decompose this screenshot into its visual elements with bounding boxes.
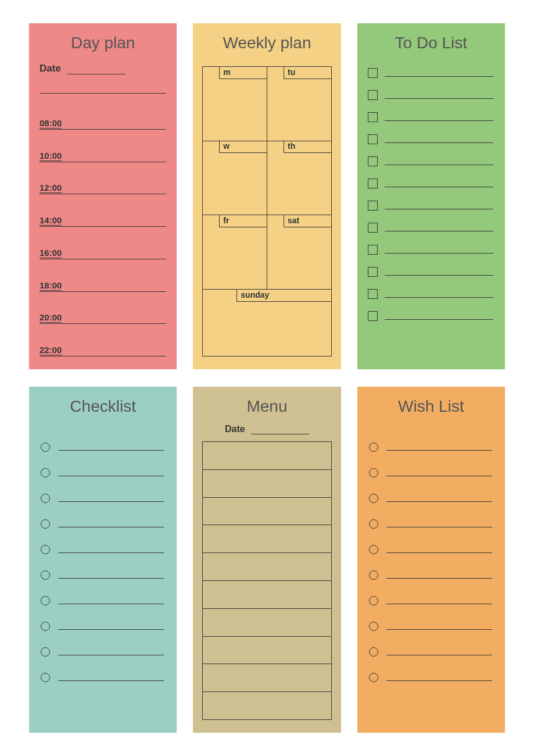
todo-line[interactable]: [385, 187, 493, 187]
list-line[interactable]: [386, 450, 492, 451]
week-cell-m[interactable]: m: [203, 67, 267, 141]
todo-line[interactable]: [385, 98, 493, 99]
list-line[interactable]: [58, 501, 164, 502]
bullet-icon[interactable]: [41, 596, 50, 605]
menu-row[interactable]: [203, 470, 331, 498]
todo-item: [368, 128, 493, 150]
time-row[interactable]: 12:00: [40, 169, 166, 194]
bullet-icon[interactable]: [369, 545, 378, 554]
list-line[interactable]: [386, 629, 492, 630]
list-line[interactable]: [58, 629, 164, 630]
todo-line[interactable]: [385, 76, 493, 77]
list-line[interactable]: [58, 476, 164, 476]
week-cell-sunday[interactable]: sunday: [203, 290, 331, 356]
todo-line[interactable]: [385, 319, 493, 320]
time-row[interactable]: 08:00: [40, 104, 166, 130]
list-line[interactable]: [58, 680, 164, 681]
menu-row[interactable]: [203, 553, 331, 581]
menu-row[interactable]: [203, 692, 331, 719]
todo-line[interactable]: [385, 297, 493, 298]
week-cell-w[interactable]: w: [203, 141, 267, 215]
time-row[interactable]: 16:00: [40, 234, 166, 259]
list-line[interactable]: [58, 552, 164, 553]
list-line[interactable]: [386, 655, 492, 655]
checkbox-icon[interactable]: [368, 68, 378, 78]
todo-line[interactable]: [385, 142, 493, 143]
checkbox-icon[interactable]: [368, 134, 378, 144]
bullet-icon[interactable]: [41, 647, 50, 657]
time-row[interactable]: 10:00: [40, 137, 166, 162]
checkbox-icon[interactable]: [368, 90, 378, 100]
day-tab-tu: tu: [284, 66, 331, 79]
bullet-icon[interactable]: [41, 519, 50, 529]
todo-line[interactable]: [385, 165, 493, 165]
bullet-icon[interactable]: [369, 443, 378, 452]
checkbox-icon[interactable]: [368, 112, 378, 122]
list-line[interactable]: [58, 604, 164, 604]
checkbox-icon[interactable]: [368, 223, 378, 233]
menu-row[interactable]: [203, 609, 331, 637]
time-row[interactable]: 20:00: [40, 298, 166, 324]
bullet-icon[interactable]: [41, 545, 50, 554]
todo-line[interactable]: [385, 209, 493, 209]
bullet-icon[interactable]: [41, 468, 50, 477]
checkbox-icon[interactable]: [368, 245, 378, 255]
checkbox-icon[interactable]: [368, 156, 378, 166]
date-line[interactable]: [67, 74, 126, 74]
week-cell-th[interactable]: th: [267, 141, 331, 215]
menu-row[interactable]: [203, 442, 331, 470]
list-line[interactable]: [386, 578, 492, 579]
day-tab-th: th: [284, 140, 331, 153]
bullet-icon[interactable]: [41, 570, 50, 580]
week-cell-tu[interactable]: tu: [267, 67, 331, 141]
menu-row[interactable]: [203, 664, 331, 692]
list-line[interactable]: [386, 501, 492, 502]
bullet-icon[interactable]: [369, 673, 378, 682]
day-tab-sunday: sunday: [236, 289, 331, 302]
menu-row[interactable]: [203, 525, 331, 553]
checkbox-icon[interactable]: [368, 311, 378, 321]
menu-row[interactable]: [203, 637, 331, 665]
checklist-card: Checklist: [29, 387, 177, 733]
bullet-icon[interactable]: [369, 596, 378, 605]
bullet-icon[interactable]: [369, 647, 378, 657]
todo-line[interactable]: [385, 275, 493, 276]
list-line[interactable]: [58, 450, 164, 451]
bullet-icon[interactable]: [41, 494, 50, 503]
week-cell-fr[interactable]: fr: [203, 215, 267, 289]
time-row[interactable]: 18:00: [40, 266, 166, 292]
blank-line[interactable]: [40, 93, 166, 94]
bullet-icon[interactable]: [369, 494, 378, 503]
bullet-icon[interactable]: [369, 468, 378, 477]
bullet-icon[interactable]: [369, 622, 378, 631]
list-item: [41, 588, 164, 614]
bullet-icon[interactable]: [369, 570, 378, 580]
week-cell-sat[interactable]: sat: [267, 215, 331, 289]
list-line[interactable]: [386, 527, 492, 527]
menu-row[interactable]: [203, 498, 331, 526]
bullet-icon[interactable]: [41, 443, 50, 452]
list-line[interactable]: [386, 552, 492, 553]
time-row[interactable]: 22:00: [40, 331, 166, 356]
checkbox-icon[interactable]: [368, 289, 378, 299]
list-line[interactable]: [386, 604, 492, 604]
checkbox-icon[interactable]: [368, 179, 378, 188]
bullet-icon[interactable]: [41, 622, 50, 631]
menu-date-line[interactable]: [251, 434, 309, 434]
list-line[interactable]: [386, 680, 492, 681]
time-row[interactable]: 14:00: [40, 201, 166, 227]
list-item: [369, 665, 492, 690]
checkbox-icon[interactable]: [368, 201, 378, 211]
todo-line[interactable]: [385, 231, 493, 231]
checkbox-icon[interactable]: [368, 267, 378, 277]
list-line[interactable]: [58, 578, 164, 579]
todo-line[interactable]: [385, 120, 493, 121]
bullet-icon[interactable]: [41, 673, 50, 682]
list-line[interactable]: [58, 527, 164, 527]
bullet-icon[interactable]: [369, 519, 378, 529]
time-label: 12:00: [40, 183, 62, 194]
menu-row[interactable]: [203, 581, 331, 609]
todo-line[interactable]: [385, 253, 493, 254]
list-line[interactable]: [386, 476, 492, 476]
list-line[interactable]: [58, 655, 164, 655]
